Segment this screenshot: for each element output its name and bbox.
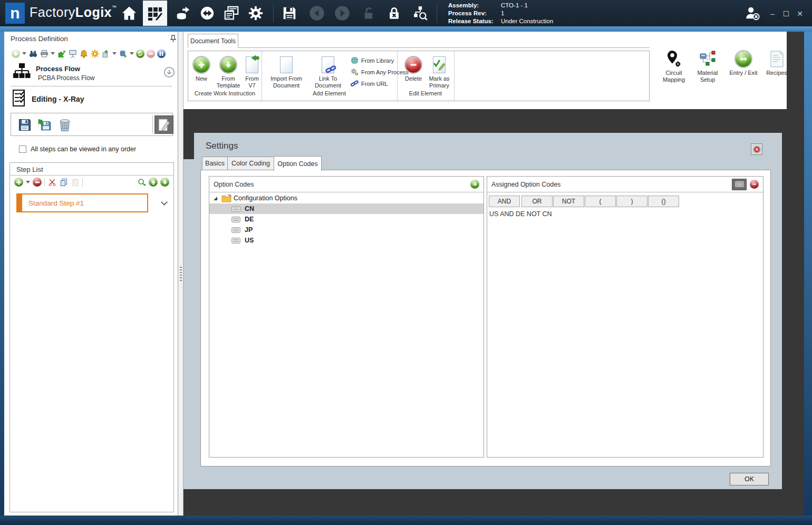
delete-document-button[interactable]: [55, 115, 74, 134]
operator-or-button[interactable]: OR: [521, 196, 553, 207]
find-step-icon[interactable]: [137, 178, 146, 187]
move-step-up-icon[interactable]: [149, 178, 158, 187]
logout-user-button[interactable]: [742, 3, 762, 23]
step-list-toolbar: [14, 178, 169, 187]
unlock-button[interactable]: [359, 3, 379, 23]
tree-item-de[interactable]: DE: [209, 214, 484, 225]
step-list-item[interactable]: Standard Step #1: [16, 193, 148, 212]
edit-document-button[interactable]: [154, 115, 173, 134]
materials-button[interactable]: [173, 3, 193, 23]
export-caret-icon[interactable]: [112, 52, 117, 55]
stop-icon[interactable]: [147, 50, 155, 58]
from-v7-icon: [246, 55, 258, 74]
clear-expression-button[interactable]: [750, 180, 759, 189]
close-button[interactable]: ✕: [795, 8, 805, 19]
new-work-instruction-button[interactable]: New: [190, 55, 212, 82]
export-icon[interactable]: [101, 49, 110, 58]
process-flow-title: Process Flow: [36, 65, 80, 73]
from-library-button[interactable]: From Library: [351, 56, 394, 64]
from-v7-button[interactable]: From V7: [242, 55, 262, 89]
minimize-button[interactable]: –: [767, 8, 778, 19]
find-icon[interactable]: [28, 49, 37, 58]
tab-document-tools[interactable]: Document Tools: [188, 34, 238, 48]
operator-not-button[interactable]: NOT: [553, 196, 584, 207]
window-border-right: [804, 32, 812, 516]
save-button[interactable]: [279, 3, 299, 23]
order-checkbox[interactable]: [19, 145, 26, 153]
add-step-icon[interactable]: [14, 178, 23, 187]
process-toolbar: [12, 49, 166, 58]
cut-icon[interactable]: [47, 178, 56, 187]
database-export-caret-icon[interactable]: [130, 52, 134, 55]
keyboard-entry-button[interactable]: [732, 179, 747, 190]
circle-down-arrow-icon: [163, 66, 175, 78]
divider: [10, 175, 173, 176]
add-process-icon[interactable]: [12, 50, 20, 58]
step-expand-chevron-icon[interactable]: [162, 200, 167, 205]
link-to-document-button[interactable]: Link To Document: [308, 55, 347, 89]
pause-icon[interactable]: [157, 50, 166, 58]
process-audit-button[interactable]: [410, 3, 430, 23]
operator-and-button[interactable]: AND: [489, 196, 520, 207]
remove-step-icon[interactable]: [33, 178, 42, 187]
alerts-bell-icon[interactable]: [79, 49, 88, 58]
import-document-button[interactable]: [35, 115, 54, 134]
forward-button[interactable]: [332, 3, 352, 23]
maximize-button[interactable]: ☐: [781, 8, 791, 19]
tree-root-row[interactable]: Configuration Options: [209, 193, 484, 203]
operator-close-paren-button[interactable]: ): [616, 196, 647, 207]
present-icon[interactable]: [68, 49, 77, 58]
process-definition-button[interactable]: [143, 1, 167, 26]
from-url-button[interactable]: From URL: [351, 80, 388, 88]
save-document-button[interactable]: [15, 115, 34, 134]
tree-expander-icon[interactable]: [214, 197, 217, 200]
dialog-title: Settings: [206, 141, 238, 151]
move-step-down-icon[interactable]: [160, 178, 169, 187]
paste-icon[interactable]: [71, 178, 80, 187]
sync-button[interactable]: [197, 3, 217, 23]
from-any-process-button[interactable]: From Any Process: [351, 68, 409, 76]
delete-element-button[interactable]: Delete: [401, 55, 426, 82]
titlebar-separator: [437, 5, 437, 23]
recipes-icon: [770, 50, 784, 69]
print-caret-icon[interactable]: [51, 52, 55, 55]
mark-as-primary-button[interactable]: Mark as Primary: [426, 55, 453, 89]
database-export-icon[interactable]: [119, 49, 128, 58]
operator-parens-button[interactable]: (): [648, 196, 679, 207]
import-from-document-button[interactable]: Import From Document: [265, 55, 307, 89]
option-code-icon: [231, 227, 240, 233]
add-step-caret-icon[interactable]: [26, 181, 30, 183]
panel-splitter[interactable]: [178, 32, 183, 516]
entry-exit-button[interactable]: Entry / Exit: [724, 50, 762, 76]
group-label-add-element: Add Element: [262, 90, 397, 96]
copy-icon[interactable]: [59, 178, 68, 187]
tree-item-cn[interactable]: CN: [209, 203, 484, 214]
expand-process-flow-button[interactable]: [163, 66, 175, 80]
material-setup-button[interactable]: Material Setup: [691, 50, 724, 83]
pin-icon[interactable]: [170, 35, 177, 44]
add-process-caret-icon[interactable]: [22, 52, 26, 55]
lock-close-button[interactable]: [384, 3, 404, 23]
assign-option-code-button[interactable]: [470, 180, 479, 189]
view-order-option[interactable]: All steps can be viewed in any order: [19, 145, 136, 153]
tab-option-codes[interactable]: Option Codes: [274, 156, 322, 171]
home-button[interactable]: [119, 3, 139, 23]
tree-item-jp[interactable]: JP: [209, 225, 484, 235]
options-gear-icon[interactable]: [90, 49, 99, 58]
print-icon[interactable]: [40, 49, 49, 58]
dialog-close-button[interactable]: [751, 143, 762, 155]
operator-open-paren-button[interactable]: (: [585, 196, 616, 207]
ok-button[interactable]: OK: [730, 473, 769, 485]
back-button[interactable]: [307, 3, 327, 23]
tab-color-coding[interactable]: Color Coding: [227, 157, 274, 170]
refresh-icon[interactable]: [136, 50, 144, 58]
settings-button[interactable]: [246, 3, 266, 23]
tree-item-us[interactable]: US: [209, 235, 484, 246]
tab-basics[interactable]: Basics: [202, 157, 228, 170]
reports-button[interactable]: [221, 3, 241, 23]
circuit-mapping-button[interactable]: Circuit Mapping: [657, 50, 691, 83]
from-template-button[interactable]: From Template: [212, 55, 244, 89]
ribbon-group-box: New From Template From V7 Import From Do…: [188, 51, 650, 101]
recipes-button[interactable]: Recipes: [762, 50, 791, 76]
connect-icon[interactable]: [57, 49, 66, 58]
